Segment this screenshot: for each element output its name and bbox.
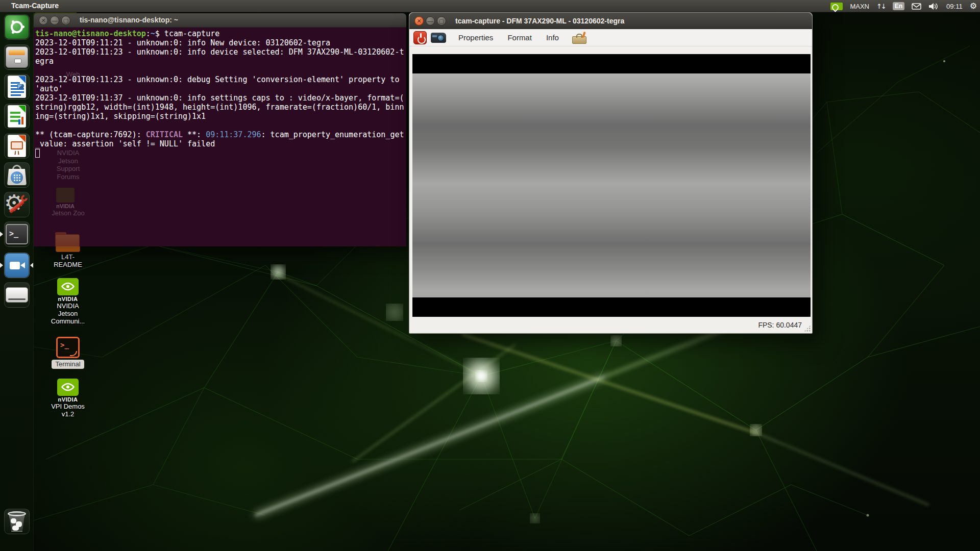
nvidia-logo-icon (57, 278, 79, 295)
tcam-titlebar[interactable]: ✕ — ▢ tcam-capture - DFM 37AX290-ML - 03… (409, 13, 812, 29)
top-panel: Tcam-Capture MAXN ↑↓ En 09:11 ⚙ (0, 0, 980, 12)
running-indicator-arrow (0, 263, 3, 268)
desktop-icon-nvidia-vpi-demos[interactable]: nVIDIA VPI Demosv1.2 (45, 379, 91, 418)
launcher-item-system-settings[interactable]: ⚙ (4, 192, 30, 217)
desktop-icon-label: VPI Demosv1.2 (51, 403, 85, 418)
disk-drive-icon (6, 287, 28, 303)
close-icon[interactable]: ✕ (414, 16, 424, 26)
unity-launcher: ⚙ >_ (0, 12, 34, 551)
desktop-root: L4T-README nVIDIA NVIDIAJetsonCommuni...… (0, 0, 980, 551)
focused-indicator-arrow (30, 263, 33, 268)
session-gear-icon[interactable]: ⚙ (970, 2, 977, 10)
volume-icon[interactable] (928, 3, 939, 10)
desktop-icon-label: NVIDIAJetsonCommuni... (51, 302, 85, 325)
desktop-icon-label: Terminal (52, 360, 84, 369)
video-camera-icon (5, 253, 29, 278)
nvidia-power-mode[interactable]: MAXN (850, 3, 869, 10)
ghost-desktop-label-jetson-zoo: Jetson Zoo (44, 209, 92, 217)
launcher-item-libreoffice-writer[interactable] (4, 74, 30, 99)
ghost-nvidia-wordmark: nVIDIA (52, 203, 79, 209)
ubuntu-dash-icon (5, 15, 29, 39)
message-envelope-icon[interactable] (912, 3, 921, 10)
launcher-item-ubuntu-dash[interactable] (4, 14, 30, 40)
libreoffice-writer-icon (8, 76, 26, 98)
terminal-launcher-icon: >_ (6, 224, 28, 244)
nvidia-logo-icon (57, 379, 79, 396)
launcher-item-files[interactable] (4, 44, 30, 70)
libreoffice-calc-icon (8, 105, 26, 128)
resize-grip[interactable] (804, 325, 811, 332)
fps-readout: FPS: 60.0447 (758, 321, 802, 329)
minimize-icon[interactable]: — (50, 16, 59, 25)
terminal-window-title: tis-nano@tisnano-desktop: ~ (80, 16, 178, 24)
terminal-icon: >_ (56, 337, 80, 358)
settings-gear-wrench-icon: ⚙ (5, 193, 29, 216)
terminal-cursor (35, 149, 40, 158)
launcher-item-trash[interactable] (4, 509, 30, 534)
system-tray: MAXN ↑↓ En 09:11 ⚙ (830, 0, 977, 12)
video-letterbox-top (412, 54, 811, 73)
active-app-title[interactable]: Tcam-Capture (11, 2, 59, 10)
file-manager-icon (6, 46, 28, 68)
launcher-item-tcam-capture[interactable] (4, 253, 30, 278)
menu-properties[interactable]: Properties (453, 31, 498, 44)
trash-icon (7, 510, 27, 533)
launcher-item-terminal[interactable]: >_ (4, 221, 30, 247)
terminal-output-area[interactable]: Web NVIDIAJetsonSupportForums nVIDIA Jet… (34, 28, 406, 246)
video-letterbox-bottom (412, 297, 811, 317)
menu-format[interactable]: Format (502, 31, 537, 44)
maximize-icon[interactable]: ▢ (61, 16, 70, 25)
nvidia-wordmark: nVIDIA (58, 296, 78, 302)
desktop-icon-terminal[interactable]: >_ Terminal (45, 337, 91, 369)
terminal-titlebar[interactable]: ✕ — ▢ tis-nano@tisnano-desktop: ~ (34, 13, 406, 28)
keyboard-layout-indicator[interactable]: En (893, 2, 904, 10)
desktop-icon-nvidia-jetson-community[interactable]: nVIDIA NVIDIAJetsonCommuni... (45, 278, 91, 325)
ghost-folder-icon (55, 232, 79, 246)
ghost-desktop-label-support-forums: NVIDIAJetsonSupportForums (49, 149, 87, 181)
launcher-item-removable-disk[interactable] (4, 282, 30, 308)
tcam-capture-window: ✕ — ▢ tcam-capture - DFM 37AX290-ML - 03… (409, 12, 813, 334)
camera-device-icon[interactable] (431, 33, 446, 43)
clock[interactable]: 09:11 (946, 3, 963, 10)
video-stream-frame (412, 73, 811, 297)
tcam-window-title: tcam-capture - DFM 37AX290-ML - 03120602… (455, 17, 624, 25)
libreoffice-impress-icon (8, 135, 26, 157)
toolbox-icon[interactable] (572, 32, 586, 44)
launcher-item-libreoffice-impress[interactable] (4, 133, 30, 159)
minimize-icon[interactable]: — (426, 16, 435, 26)
ubuntu-software-icon (6, 164, 28, 186)
tcam-statusbar: FPS: 60.0447 (409, 316, 812, 333)
nvidia-tray-icon[interactable] (830, 3, 843, 10)
tcam-menubar: Properties Format Info (409, 29, 812, 46)
desktop-icon-label: L4T-README (54, 253, 82, 268)
stop-stream-button[interactable] (413, 31, 427, 44)
terminal-window: ✕ — ▢ tis-nano@tisnano-desktop: ~ Web NV… (34, 13, 406, 246)
nvidia-wordmark: nVIDIA (58, 396, 78, 403)
network-activity-icon[interactable]: ↑↓ (876, 3, 886, 10)
maximize-icon[interactable]: ▢ (437, 16, 446, 26)
menu-info[interactable]: Info (541, 31, 564, 44)
launcher-item-ubuntu-software[interactable] (4, 162, 30, 188)
close-icon[interactable]: ✕ (39, 16, 48, 25)
terminal-output: tis-nano@tisnano-desktop:~$ tcam-capture… (35, 29, 405, 148)
ghost-nvidia-logo-icon (56, 188, 75, 203)
launcher-item-libreoffice-calc[interactable] (4, 104, 30, 129)
running-indicator-arrow (0, 232, 3, 237)
video-display-area (412, 54, 811, 317)
